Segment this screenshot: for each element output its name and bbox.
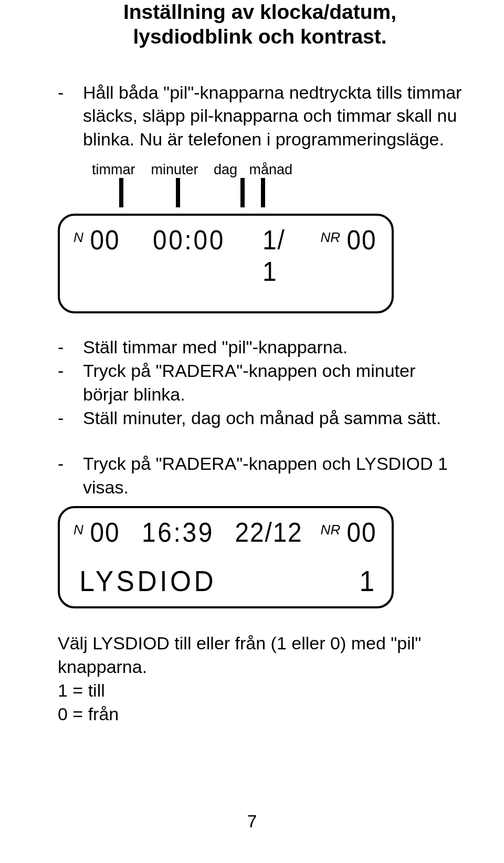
bullet-dash: - (58, 406, 83, 430)
page-number: 7 (0, 811, 504, 832)
instruction-list-2: - Ställ timmar med "pil"-knapparna. - Tr… (58, 335, 462, 430)
lcd2-bottom-row: LYSDIOD 1 (74, 564, 378, 598)
instruction-2c: Ställ minuter, dag och månad på samma sä… (83, 406, 462, 430)
lcd-field-labels: timmar minuter dag månad (92, 162, 462, 178)
tick-icon (261, 178, 265, 207)
lcd1-n-value: 00 (90, 224, 120, 256)
bullet-dash: - (58, 81, 83, 152)
lcd1-nr-prefix: NR (321, 229, 341, 246)
tick-icon (119, 178, 123, 207)
lcd2-bottom-value: 1 (359, 564, 377, 598)
page-title: Inställning av klocka/datum, lysdiodblin… (58, 0, 462, 49)
footer-line-1: Välj LYSDIOD till eller från (1 eller 0)… (58, 632, 462, 679)
lcd2-nr-prefix: NR (321, 522, 341, 538)
tick-icon (240, 178, 245, 207)
footer-line-3: 0 = från (58, 702, 462, 726)
bullet-dash: - (58, 359, 83, 406)
instruction-2a: Ställ timmar med "pil"-knapparna. (83, 335, 462, 359)
label-manad: månad (249, 162, 297, 178)
lcd2-n-prefix: N (74, 522, 83, 538)
bullet-dash: - (58, 335, 83, 359)
bullet-dash: - (58, 452, 83, 499)
lcd-label-ticks (92, 178, 462, 207)
title-line-1: Inställning av klocka/datum, (58, 0, 462, 25)
lcd1-date: 1/ 1 (262, 224, 298, 287)
lcd2-nr-value: 00 (347, 517, 377, 548)
instruction-2b: Tryck på "RADERA"-knappen och minuter bö… (83, 359, 462, 406)
lcd-display-2: N 00 16:39 22/12 NR 00 LYSDIOD 1 (58, 506, 394, 608)
instruction-1-text: Håll båda "pil"-knapparna nedtryckta til… (83, 81, 462, 152)
tick-icon (176, 178, 180, 207)
lcd1-time: 00:00 (153, 224, 225, 256)
instruction-3-text: Tryck på "RADERA"-knappen och LYSDIOD 1 … (83, 452, 462, 499)
label-dag: dag (214, 162, 245, 178)
lcd1-top-row: N 00 00:00 1/ 1 NR 00 (74, 224, 378, 287)
instruction-1: - Håll båda "pil"-knapparna nedtryckta t… (58, 81, 462, 152)
label-minuter: minuter (151, 162, 210, 178)
lcd2-time: 16:39 (142, 517, 214, 548)
footer-text: Välj LYSDIOD till eller från (1 eller 0)… (58, 632, 462, 726)
lcd2-top-row: N 00 16:39 22/12 NR 00 (74, 517, 378, 548)
title-line-2: lysdiodblink och kontrast. (58, 25, 462, 49)
instruction-3: - Tryck på "RADERA"-knappen och LYSDIOD … (58, 452, 462, 499)
footer-line-2: 1 = till (58, 679, 462, 702)
label-timmar: timmar (92, 162, 147, 178)
lcd-display-1: N 00 00:00 1/ 1 NR 00 (58, 214, 394, 313)
lcd2-n-value: 00 (90, 517, 120, 548)
lcd1-n-prefix: N (74, 229, 83, 246)
lcd2-date: 22/12 (235, 517, 303, 548)
lcd2-bottom-label: LYSDIOD (79, 564, 216, 598)
lcd1-nr-value: 00 (347, 224, 377, 256)
